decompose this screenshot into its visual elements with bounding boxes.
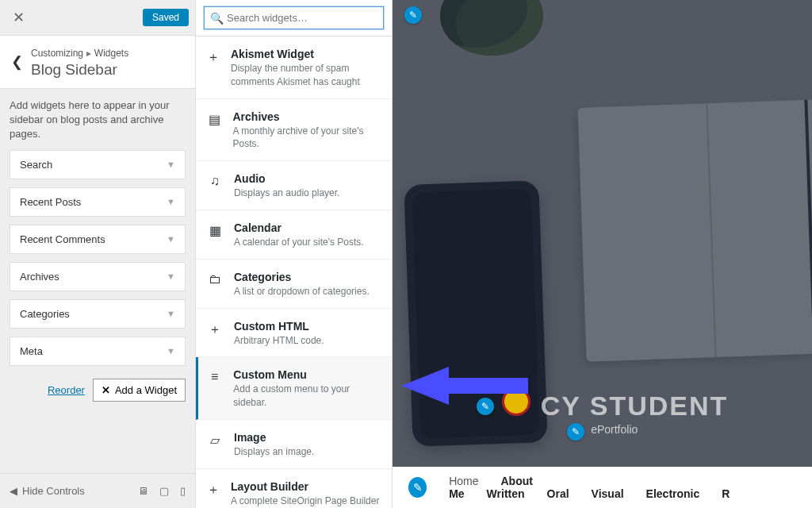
available-widget-title: Akismet Widget [231, 48, 381, 60]
chevron-down-icon: ▼ [167, 309, 175, 318]
available-widgets-panel: 🔍 ＋Akismet WidgetDisplay the number of s… [196, 0, 393, 508]
widget-type-icon: ▱ [207, 431, 223, 459]
chevron-down-icon: ▼ [167, 234, 175, 244]
search-input[interactable] [204, 6, 384, 29]
widget-type-icon: ≡ [207, 368, 222, 410]
customizer-panel: ✕ Saved ❮ Customizing ▸ Widgets Blog Sid… [0, 0, 196, 508]
chevron-right-icon: ▸ [86, 48, 94, 59]
available-widget-item[interactable]: ＋Akismet WidgetDisplay the number of spa… [196, 37, 392, 99]
add-widget-label: Add a Widget [115, 384, 177, 396]
add-widget-button[interactable]: ✕ Add a Widget [93, 379, 186, 402]
saved-badge: Saved [143, 9, 189, 26]
available-widget-item[interactable]: 🗀CategoriesA list or dropdown of categor… [196, 260, 392, 309]
widget-type-icon: ＋ [207, 48, 220, 89]
widget-pill[interactable]: Categories▼ [10, 299, 186, 329]
available-widget-item[interactable]: ＋Layout BuilderA complete SiteOrigin Pag… [196, 469, 392, 508]
mobile-preview-icon[interactable]: ▯ [180, 485, 186, 497]
search-icon: 🔍 [210, 12, 224, 25]
available-widget-desc: Displays an image. [234, 445, 314, 459]
widget-type-icon: ＋ [207, 480, 220, 508]
available-widget-title: Audio [234, 172, 339, 185]
active-widgets-list: Search▼Recent Posts▼Recent Comments▼Arch… [0, 150, 195, 374]
nav-link[interactable]: Written [487, 487, 525, 500]
available-widget-title: Calendar [234, 221, 364, 234]
customizer-topbar: ✕ Saved [0, 0, 195, 35]
available-widget-desc: Display the number of spam comments Akis… [231, 62, 381, 89]
widget-pill-label: Meta [20, 345, 43, 357]
widget-actions: Reorder ✕ Add a Widget [0, 374, 195, 414]
preview-hero: ✎ CY STUDENT ✎ ePortfolio [393, 381, 812, 439]
widget-pill[interactable]: Recent Comments▼ [10, 225, 186, 254]
site-logo [502, 387, 530, 416]
widget-type-icon: ▤ [207, 110, 221, 152]
available-widget-desc: A complete SiteOrigin Page Builder layou… [231, 495, 381, 508]
nav-link[interactable]: Home [449, 475, 478, 487]
available-widget-desc: Add a custom menu to your sidebar. [233, 383, 381, 410]
edit-shortcut-icon[interactable]: ✎ [567, 423, 584, 441]
widget-pill-label: Recent Comments [20, 233, 105, 245]
chevron-down-icon: ▼ [167, 160, 175, 169]
preview-navbar: ✎ HomeAbout MeWrittenOralVisualElectroni… [393, 467, 812, 508]
panel-description: Add widgets here to appear in your sideb… [0, 89, 195, 150]
widget-pill-label: Categories [20, 308, 70, 320]
nav-link[interactable]: Visual [592, 487, 624, 500]
breadcrumb-customizing: Customizing [31, 48, 83, 59]
available-widget-title: Categories [234, 271, 370, 283]
widget-pill-label: Archives [20, 271, 59, 283]
nav-link[interactable]: R [722, 487, 730, 500]
widget-type-icon: ▦ [207, 221, 223, 249]
available-widget-desc: A calendar of your site's Posts. [234, 236, 364, 249]
available-widget-item[interactable]: ▱ImageDisplays an image. [196, 420, 392, 469]
available-widget-item[interactable]: ≡Custom MenuAdd a custom menu to your si… [196, 357, 392, 420]
widget-pill[interactable]: Meta▼ [10, 337, 186, 366]
nav-link[interactable]: Oral [547, 487, 569, 500]
available-widget-desc: A list or dropdown of categories. [234, 285, 370, 298]
edit-shortcut-icon[interactable]: ✎ [404, 6, 422, 24]
widget-type-icon: ♫ [207, 172, 223, 200]
site-tagline: ePortfolio [591, 423, 638, 436]
desktop-preview-icon[interactable]: 🖥 [138, 485, 148, 497]
available-widget-title: Archives [232, 110, 381, 123]
customizer-footer: ◀ Hide Controls 🖥 ▢ ▯ [0, 473, 195, 508]
available-widget-item[interactable]: ＋Custom HTMLArbitrary HTML code. [196, 309, 392, 358]
site-preview: ✎ ✎ CY STUDENT ✎ ePortfolio ✎ HomeAbout … [393, 0, 812, 508]
widget-search: 🔍 [196, 0, 392, 36]
available-widget-desc: A monthly archive of your site's Posts. [232, 125, 381, 152]
chevron-down-icon: ▼ [167, 346, 175, 356]
widget-type-icon: 🗀 [207, 271, 223, 298]
widget-pill[interactable]: Recent Posts▼ [10, 187, 186, 217]
close-icon: ✕ [102, 384, 110, 396]
available-widget-item[interactable]: ▤ArchivesA monthly archive of your site'… [196, 99, 392, 162]
widget-type-icon: ＋ [207, 320, 223, 348]
panel-title: Blog Sidebar [31, 61, 128, 79]
hide-controls-button[interactable]: ◀ Hide Controls [10, 485, 85, 497]
widget-pill[interactable]: Search▼ [10, 150, 186, 179]
breadcrumb: ❮ Customizing ▸ Widgets Blog Sidebar [0, 35, 195, 89]
available-widget-title: Layout Builder [231, 480, 381, 493]
breadcrumb-parent: Widgets [94, 48, 128, 59]
available-widget-desc: Arbitrary HTML code. [234, 334, 324, 348]
widget-pill-label: Recent Posts [20, 196, 81, 208]
edit-shortcut-icon[interactable]: ✎ [477, 398, 494, 415]
available-widget-desc: Displays an audio player. [234, 187, 339, 200]
nav-link[interactable]: Electronic [646, 487, 700, 500]
widget-pill-label: Search [20, 159, 52, 171]
edit-shortcut-icon[interactable]: ✎ [408, 477, 427, 498]
close-icon[interactable]: ✕ [6, 6, 31, 29]
available-widget-title: Custom HTML [234, 320, 324, 333]
back-button[interactable]: ❮ [11, 53, 23, 71]
site-title: CY STUDENT [541, 391, 729, 421]
available-widget-title: Custom Menu [233, 368, 381, 381]
reorder-link[interactable]: Reorder [48, 384, 85, 396]
available-widget-item[interactable]: ▦CalendarA calendar of your site's Posts… [196, 210, 392, 260]
available-widget-title: Image [234, 431, 314, 444]
chevron-down-icon: ▼ [167, 197, 175, 206]
available-widgets-list: ＋Akismet WidgetDisplay the number of spa… [196, 36, 392, 508]
collapse-icon: ◀ [10, 485, 17, 497]
chevron-down-icon: ▼ [167, 271, 175, 281]
widget-pill[interactable]: Archives▼ [10, 262, 186, 291]
available-widget-item[interactable]: ♫AudioDisplays an audio player. [196, 161, 392, 210]
hide-controls-label: Hide Controls [22, 485, 85, 497]
tablet-preview-icon[interactable]: ▢ [159, 485, 169, 497]
